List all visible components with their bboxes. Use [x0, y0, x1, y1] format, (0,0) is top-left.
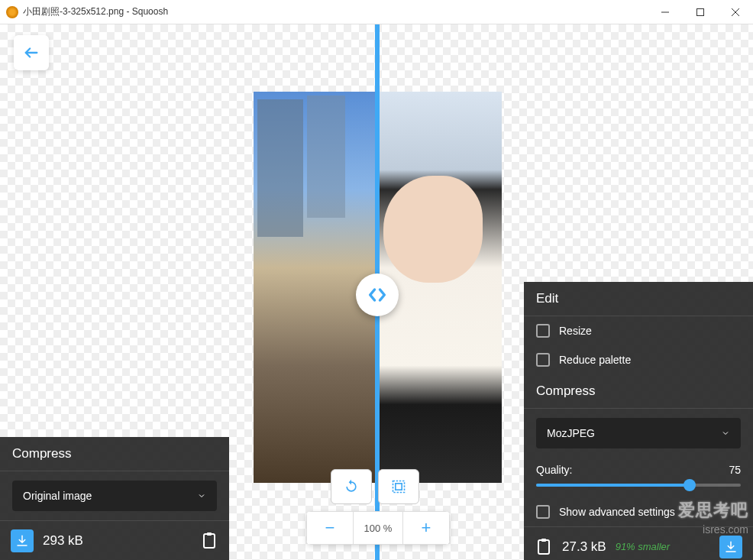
app-icon — [6, 6, 18, 18]
close-button[interactable] — [718, 0, 753, 24]
comparison-handle[interactable] — [356, 274, 399, 316]
right-file-size: 27.3 kB — [562, 539, 606, 555]
quality-label: Quality: — [536, 464, 572, 476]
advanced-settings-checkbox[interactable] — [536, 505, 550, 519]
svg-rect-1 — [697, 8, 704, 15]
right-panel: Edit Resize Reduce palette Compress MozJ… — [524, 282, 753, 560]
reduce-palette-checkbox[interactable] — [536, 353, 550, 367]
resize-checkbox-row[interactable]: Resize — [524, 316, 753, 345]
compare-arrows-icon — [367, 284, 388, 306]
left-download-button[interactable] — [11, 529, 34, 552]
workspace: − 100 % + Compress Original image 293 kB… — [0, 24, 753, 560]
zoom-controls: − 100 % + — [306, 511, 450, 545]
left-panel: Compress Original image 293 kB — [0, 437, 229, 560]
arrow-left-icon — [23, 44, 40, 61]
right-download-button[interactable] — [719, 536, 742, 558]
back-button[interactable] — [14, 35, 49, 70]
quality-value[interactable]: 75 — [729, 464, 741, 476]
resize-label: Resize — [559, 325, 592, 337]
right-codec-select[interactable]: MozJPEG — [536, 418, 741, 448]
svg-rect-7 — [207, 532, 212, 536]
copy-icon[interactable] — [535, 538, 553, 556]
svg-rect-4 — [393, 481, 405, 493]
edit-heading: Edit — [524, 282, 753, 316]
savings-percentage: 91% smaller — [616, 541, 671, 552]
window-title: 小田剧照-3-325x512.png - Squoosh — [23, 5, 648, 18]
chevron-down-icon — [721, 429, 730, 438]
zoom-in-button[interactable]: + — [402, 511, 450, 545]
reduce-palette-label: Reduce palette — [559, 354, 631, 366]
left-footer: 293 kB — [0, 520, 229, 560]
left-file-size: 293 kB — [43, 533, 83, 549]
download-icon — [724, 540, 738, 554]
resize-checkbox[interactable] — [536, 324, 550, 338]
advanced-settings-label: Show advanced settings — [559, 506, 675, 518]
svg-rect-6 — [204, 534, 215, 548]
svg-rect-5 — [396, 484, 402, 490]
zoom-out-button[interactable]: − — [306, 511, 354, 545]
chevron-down-icon — [197, 491, 206, 500]
maximize-button[interactable] — [683, 0, 718, 24]
zoom-value[interactable]: 100 % — [354, 511, 402, 545]
transparency-icon — [391, 479, 406, 494]
svg-rect-8 — [538, 540, 549, 554]
advanced-settings-row[interactable]: Show advanced settings — [524, 497, 753, 526]
rotate-button[interactable] — [331, 469, 372, 504]
background-toggle-button[interactable] — [378, 469, 419, 504]
window-titlebar: 小田剧照-3-325x512.png - Squoosh — [0, 0, 753, 24]
download-icon — [15, 534, 29, 548]
copy-icon[interactable] — [200, 532, 218, 550]
quality-slider[interactable] — [536, 484, 741, 487]
left-codec-label: Original image — [23, 490, 92, 502]
right-codec-label: MozJPEG — [547, 427, 595, 439]
minimize-button[interactable] — [648, 0, 683, 24]
left-compress-heading: Compress — [0, 437, 229, 471]
quality-slider-thumb[interactable] — [684, 479, 696, 491]
rotate-icon — [344, 479, 359, 494]
left-codec-select[interactable]: Original image — [12, 481, 217, 511]
reduce-palette-checkbox-row[interactable]: Reduce palette — [524, 345, 753, 374]
right-compress-heading: Compress — [524, 374, 753, 409]
right-footer: 27.3 kB 91% smaller — [524, 526, 753, 560]
svg-rect-9 — [541, 539, 546, 542]
